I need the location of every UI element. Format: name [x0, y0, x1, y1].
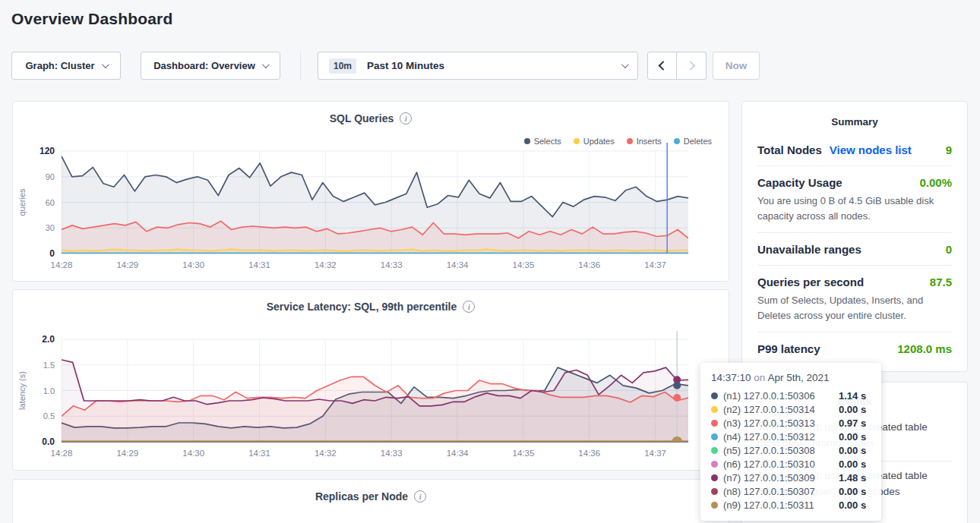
- tooltip-row: (n4) 127.0.0.1:503120.00 s: [711, 430, 872, 443]
- tooltip-node-value: 0.00 s: [839, 458, 866, 470]
- summary-row-total-nodes: Total Nodes View nodes list 9: [757, 134, 952, 165]
- view-nodes-list-link[interactable]: View nodes list: [830, 143, 912, 156]
- x-tick-label: 14:37: [644, 449, 666, 458]
- dashboard-dropdown-label: Dashboard: Overview: [153, 60, 255, 71]
- tooltip-row: (n1) 127.0.0.1:503061.14 s: [711, 389, 872, 402]
- time-next-button[interactable]: [677, 52, 707, 80]
- info-icon[interactable]: i: [463, 301, 475, 313]
- x-tick-label: 14:30: [182, 449, 204, 458]
- tooltip-node-value: 0.97 s: [839, 417, 866, 429]
- time-range-badge: 10m: [329, 58, 356, 74]
- x-tick-label: 14:37: [644, 260, 666, 269]
- tooltip-date: Apr 5th, 2021: [767, 372, 829, 383]
- controls-bar: Graph: Cluster Dashboard: Overview 10m P…: [0, 52, 980, 80]
- now-button[interactable]: Now: [713, 52, 760, 80]
- tooltip-node-value: 0.00 s: [839, 499, 866, 511]
- node-color-dot-icon: [711, 461, 718, 468]
- capacity-label: Capacity Usage: [757, 176, 842, 189]
- node-color-dot-icon: [711, 433, 718, 440]
- capacity-value: 0.00%: [919, 176, 952, 189]
- tooltip-time: 14:37:10: [711, 372, 751, 383]
- tooltip-node-label: (n8) 127.0.0.1:50307: [723, 486, 839, 497]
- tooltip-row: (n2) 127.0.0.1:503140.00 s: [711, 402, 872, 416]
- p99-label: P99 latency: [757, 342, 820, 355]
- tooltip-node-label: (n5) 127.0.0.1:50308: [723, 445, 839, 456]
- x-tick-label: 14:32: [315, 449, 337, 458]
- hover-marker-dot: [672, 436, 682, 447]
- tooltip-header: 14:37:10 on Apr 5th, 2021: [711, 372, 872, 383]
- x-tick-label: 14:31: [248, 449, 270, 458]
- page-title: Overview Dashboard: [11, 10, 173, 28]
- summary-title: Summary: [742, 102, 967, 134]
- summary-body: Total Nodes View nodes list 9 Capacity U…: [742, 134, 967, 364]
- chevron-down-icon: [621, 61, 629, 68]
- x-tick-label: 14:33: [381, 260, 403, 269]
- y-tick-label: 90: [46, 172, 55, 181]
- hover-marker-dot: [673, 394, 681, 402]
- chart-svg-latency[interactable]: 14:2814:2914:3014:3114:3214:3314:3414:35…: [13, 329, 730, 460]
- sql-queries-chart[interactable]: 14:2814:2914:3014:3114:3214:3314:3414:35…: [13, 141, 730, 272]
- dashboard-dropdown[interactable]: Dashboard: Overview: [141, 52, 280, 80]
- x-tick-label: 14:29: [116, 449, 138, 458]
- y-axis-label: latency (s): [17, 371, 27, 410]
- summary-row-unavailable: Unavailable ranges 0: [757, 232, 952, 265]
- y-tick-label: 1.0: [43, 386, 55, 395]
- node-color-dot-icon: [711, 488, 718, 495]
- tooltip-row: (n6) 127.0.0.1:503100.00 s: [711, 457, 872, 471]
- chevron-right-icon: [685, 61, 695, 71]
- y-tick-label: 0: [49, 248, 55, 259]
- tooltip-node-label: (n1) 127.0.0.1:50306: [723, 390, 839, 402]
- node-color-dot-icon: [711, 502, 718, 509]
- x-tick-label: 14:32: [315, 260, 337, 269]
- tooltip-row: (n7) 127.0.0.1:503091.48 s: [711, 471, 872, 484]
- node-color-dot-icon: [711, 392, 718, 399]
- tooltip-row: (n3) 127.0.0.1:503130.97 s: [711, 416, 872, 430]
- chart-svg-sql[interactable]: 14:2814:2914:3014:3114:3214:3314:3414:35…: [13, 141, 730, 272]
- tooltip-node-value: 0.00 s: [839, 404, 866, 415]
- time-prev-button[interactable]: [647, 52, 677, 80]
- time-nav-group: [647, 52, 707, 80]
- qps-label: Queries per second: [757, 276, 864, 288]
- tooltip-node-value: 0.00 s: [839, 486, 866, 497]
- total-nodes-value: 9: [946, 143, 952, 156]
- latency-chart[interactable]: 14:2814:2914:3014:3114:3214:3314:3414:35…: [13, 329, 730, 460]
- y-tick-label: 0.5: [43, 411, 55, 421]
- x-tick-label: 14:36: [578, 260, 600, 269]
- node-color-dot-icon: [711, 447, 718, 454]
- latency-title: Service Latency: SQL, 99th percentile: [267, 301, 457, 313]
- tooltip-node-label: (n4) 127.0.0.1:50312: [723, 431, 839, 443]
- info-icon[interactable]: i: [414, 490, 426, 503]
- x-tick-label: 14:28: [51, 449, 73, 458]
- summary-row-p99: P99 latency 1208.0 ms: [757, 332, 952, 364]
- node-color-dot-icon: [711, 474, 718, 481]
- unavailable-ranges-value: 0: [946, 243, 952, 256]
- total-nodes-label: Total Nodes: [757, 143, 822, 156]
- x-tick-label: 14:35: [513, 449, 535, 458]
- capacity-desc: You are using 0 B of 4.5 GiB usable disk…: [757, 194, 952, 223]
- x-tick-label: 14:29: [116, 260, 138, 269]
- x-tick-label: 14:31: [248, 260, 270, 269]
- x-tick-label: 14:33: [381, 449, 403, 458]
- latency-panel: Service Latency: SQL, 99th percentile i …: [12, 289, 729, 471]
- replicas-title: Replicas per Node: [315, 490, 408, 503]
- y-axis-label: queries: [17, 188, 27, 216]
- tooltip-row: (n5) 127.0.0.1:503080.00 s: [711, 443, 872, 457]
- tooltip-node-label: (n3) 127.0.0.1:50313: [723, 417, 839, 429]
- sql-queries-title: SQL Queries: [330, 112, 394, 124]
- p99-value: 1208.0 ms: [897, 342, 952, 355]
- tooltip-node-label: (n2) 127.0.0.1:50314: [723, 404, 839, 415]
- controls-divider: [300, 52, 301, 80]
- hover-marker-dot: [673, 382, 681, 389]
- time-range-dropdown[interactable]: 10m Past 10 Minutes: [318, 52, 638, 80]
- tooltip-node-value: 0.00 s: [839, 445, 866, 456]
- time-range-label: Past 10 Minutes: [367, 60, 621, 71]
- y-tick-label: 30: [46, 223, 55, 232]
- graph-dropdown[interactable]: Graph: Cluster: [11, 52, 121, 80]
- chevron-left-icon: [659, 61, 669, 71]
- summary-row-capacity: Capacity Usage 0.00% You are using 0 B o…: [757, 165, 952, 232]
- tooltip-node-value: 0.00 s: [839, 431, 866, 443]
- info-icon[interactable]: i: [400, 112, 412, 124]
- replicas-panel: Replicas per Node i: [12, 479, 729, 523]
- x-tick-label: 14:34: [447, 260, 469, 269]
- y-tick-label: 0.0: [42, 436, 55, 447]
